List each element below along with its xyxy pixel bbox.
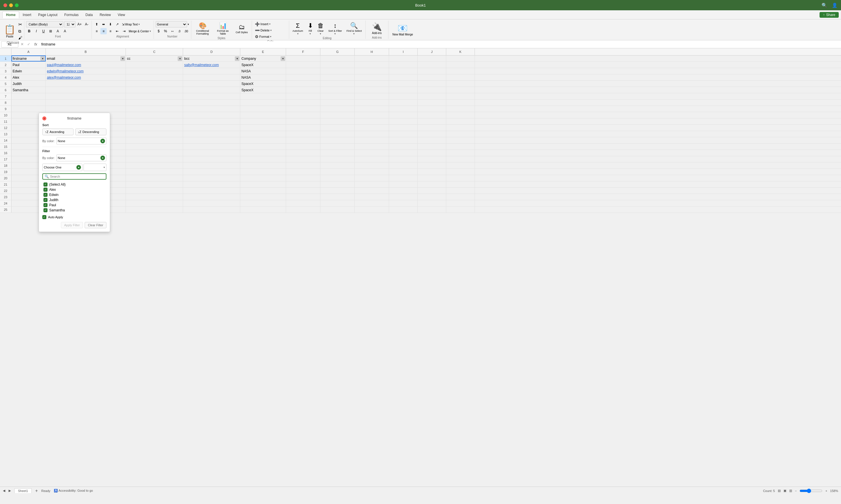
cell-k5[interactable] <box>446 81 475 87</box>
comma-button[interactable]: ⑅ <box>169 28 176 34</box>
cell-e22[interactable] <box>240 187 286 194</box>
cell-g13[interactable] <box>320 131 355 137</box>
cell-d24[interactable] <box>183 200 240 206</box>
cell-i14[interactable] <box>389 137 418 143</box>
col-header-h[interactable]: H <box>355 48 389 55</box>
checkbox-judith[interactable]: ✓ <box>43 198 48 202</box>
auto-apply-checkbox[interactable]: ✓ <box>42 215 46 219</box>
tab-formulas[interactable]: Formulas <box>61 12 82 18</box>
new-mail-merge-button[interactable]: 📧 New Mail Merge <box>390 23 415 37</box>
cell-g10[interactable] <box>320 112 355 118</box>
zoom-out-button[interactable]: − <box>795 489 797 492</box>
row-num-8[interactable]: 8 <box>0 100 12 106</box>
row-num-3[interactable]: 3 <box>0 68 12 74</box>
checkbox-select-all[interactable]: ✓ <box>43 182 48 186</box>
cell-d10[interactable] <box>183 112 240 118</box>
cell-g22[interactable] <box>320 187 355 194</box>
cell-f14[interactable] <box>286 137 320 143</box>
cell-g23[interactable] <box>320 194 355 200</box>
cell-g4[interactable] <box>320 74 355 80</box>
cell-j7[interactable] <box>418 93 446 99</box>
row-num-5[interactable]: 5 <box>0 81 12 87</box>
check-judith[interactable]: ✓ Judith <box>42 197 106 202</box>
cell-i17[interactable] <box>389 156 418 162</box>
row-num-16[interactable]: 16 <box>0 150 12 156</box>
col-header-j[interactable]: J <box>418 48 446 55</box>
cell-h23[interactable] <box>355 194 389 200</box>
col-header-d[interactable]: D <box>183 48 240 55</box>
cell-a4[interactable]: Alex <box>12 74 46 80</box>
checkbox-edwin[interactable]: ✓ <box>43 193 48 197</box>
cell-c15[interactable] <box>126 144 183 149</box>
align-left-button[interactable]: ≡ <box>93 28 100 34</box>
copy-button[interactable]: ⧉ <box>18 28 23 34</box>
cell-f24[interactable] <box>286 200 320 206</box>
cell-i4[interactable] <box>389 74 418 80</box>
cell-j22[interactable] <box>418 187 446 194</box>
cell-k22[interactable] <box>446 187 475 194</box>
zoom-slider[interactable] <box>800 489 822 493</box>
cell-e14[interactable] <box>240 137 286 143</box>
check-samantha[interactable]: ✓ Samantha <box>42 208 106 213</box>
zoom-in-button[interactable]: + <box>825 489 827 492</box>
cell-k6[interactable] <box>446 87 475 93</box>
cell-k18[interactable] <box>446 162 475 168</box>
row-num-15[interactable]: 15 <box>0 144 12 149</box>
cell-d15[interactable] <box>183 144 240 149</box>
cell-b6[interactable] <box>46 87 126 93</box>
cell-i21[interactable] <box>389 181 418 187</box>
cell-k8[interactable] <box>446 100 475 106</box>
cell-i11[interactable] <box>389 119 418 124</box>
cell-f19[interactable] <box>286 169 320 175</box>
filter-color-button[interactable]: ● <box>101 156 105 160</box>
cell-e15[interactable] <box>240 144 286 149</box>
cell-k10[interactable] <box>446 112 475 118</box>
cell-g11[interactable] <box>320 119 355 124</box>
cell-e25[interactable] <box>240 206 286 213</box>
cell-g19[interactable] <box>320 169 355 175</box>
cell-b7[interactable] <box>46 93 126 99</box>
cell-c9[interactable] <box>126 106 183 112</box>
cell-d14[interactable] <box>183 137 240 143</box>
currency-button[interactable]: $ <box>156 28 162 34</box>
cell-c18[interactable] <box>126 162 183 168</box>
decrease-indent-button[interactable]: ⇤ <box>114 28 121 34</box>
cell-a9[interactable] <box>12 106 46 112</box>
cell-d2[interactable]: sally@mailmeteor.com <box>183 62 240 68</box>
cell-i10[interactable] <box>389 112 418 118</box>
cell-k2[interactable] <box>446 62 475 68</box>
align-middle-button[interactable]: ⬌ <box>101 21 107 28</box>
cell-h10[interactable] <box>355 112 389 118</box>
cell-g16[interactable] <box>320 150 355 156</box>
increase-indent-button[interactable]: ⇥ <box>121 28 127 34</box>
cell-f6[interactable] <box>286 87 320 93</box>
cell-b9[interactable] <box>46 106 126 112</box>
row-num-7[interactable]: 7 <box>0 93 12 99</box>
cell-e23[interactable] <box>240 194 286 200</box>
cell-b1[interactable]: email ▾ <box>46 55 126 61</box>
cell-c13[interactable] <box>126 131 183 137</box>
autosum-button[interactable]: Σ AutoSum ▾ <box>291 21 305 36</box>
cell-k12[interactable] <box>446 125 475 131</box>
cell-i16[interactable] <box>389 150 418 156</box>
check-select-all[interactable]: ✓ (Select All) <box>42 182 106 187</box>
cell-i3[interactable] <box>389 68 418 74</box>
cell-k20[interactable] <box>446 175 475 181</box>
cell-j10[interactable] <box>418 112 446 118</box>
col-header-g[interactable]: G <box>320 48 355 55</box>
increase-decimal-button[interactable]: .00 <box>183 28 190 34</box>
cell-e6[interactable]: SpaceX <box>240 87 286 93</box>
search-input[interactable] <box>50 175 104 178</box>
fill-color-button[interactable]: A <box>55 28 61 34</box>
row-num-14[interactable]: 14 <box>0 137 12 143</box>
cell-i20[interactable] <box>389 175 418 181</box>
scroll-right-button[interactable]: ▶ <box>8 489 11 492</box>
increase-font-button[interactable]: A+ <box>76 21 83 28</box>
col-header-a[interactable]: A <box>12 48 46 55</box>
clear-filter-button[interactable]: Clear Filter <box>85 222 106 228</box>
cell-g9[interactable] <box>320 106 355 112</box>
filter-value-dropdown[interactable]: ▾ <box>84 164 106 171</box>
cell-f8[interactable] <box>286 100 320 106</box>
cell-d19[interactable] <box>183 169 240 175</box>
cell-h16[interactable] <box>355 150 389 156</box>
